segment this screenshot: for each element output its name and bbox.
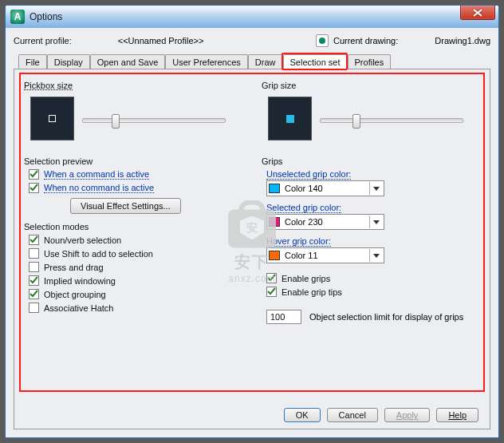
pickbox-size-label: Pickbox size [24, 81, 242, 90]
checkbox-icon[interactable] [29, 289, 39, 299]
tab-user-preferences[interactable]: User Preferences [165, 54, 248, 69]
selected-grip-color-select[interactable]: Color 230 [266, 214, 384, 230]
pickbox-slider-thumb[interactable] [112, 114, 120, 129]
help-button[interactable]: Help [436, 408, 478, 422]
check-associative-hatch[interactable]: Associative Hatch [29, 303, 242, 313]
check-use-shift[interactable]: Use Shift to add to selection [29, 248, 242, 259]
tab-profiles[interactable]: Profiles [348, 54, 392, 69]
app-icon: A [10, 10, 25, 24]
chevron-down-icon [369, 216, 382, 228]
tab-open-save[interactable]: Open and Save [90, 54, 165, 69]
checkbox-icon[interactable] [29, 262, 39, 272]
grip-size-slider-thumb[interactable] [352, 114, 360, 129]
pickbox-preview [30, 97, 74, 140]
ok-button[interactable]: OK [284, 408, 321, 422]
current-profile-label: Current profile: [14, 36, 72, 45]
checkbox-icon[interactable] [266, 287, 277, 297]
profile-row: Current profile: <<Unnamed Profile>> Cur… [14, 33, 490, 49]
grip-display-limit-label: Object selection limit for display of gr… [309, 312, 463, 322]
check-enable-grip-tips[interactable]: Enable grip tips [266, 287, 480, 297]
checkbox-icon[interactable] [266, 273, 277, 283]
unselected-grip-color-label: Unselected grip color: [266, 169, 351, 180]
check-enable-grips[interactable]: Enable grips [266, 273, 480, 283]
tab-draw[interactable]: Draw [248, 54, 283, 69]
current-drawing-label: Current drawing: [333, 36, 398, 45]
drawing-icon [316, 34, 329, 47]
tabstrip: File Display Open and Save User Preferen… [14, 52, 490, 69]
hover-grip-color-label: Hover grip color: [266, 236, 331, 247]
chevron-down-icon [369, 182, 382, 195]
grip-size-label: Grip size [262, 81, 480, 90]
apply-button[interactable]: Apply [384, 408, 431, 422]
selection-preview-label: Selection preview [24, 156, 242, 166]
dialog-buttons: OK Cancel Apply Help [284, 408, 478, 422]
options-dialog: A Options Current profile: <<Unnamed Pro… [5, 5, 499, 438]
checkbox-icon[interactable] [29, 303, 39, 313]
tab-selection-set[interactable]: Selection set [283, 54, 348, 69]
visual-effect-settings-button[interactable]: Visual Effect Settings... [70, 198, 181, 214]
check-no-command-active[interactable]: When no command is active [29, 183, 242, 193]
pickbox-slider[interactable] [82, 118, 226, 123]
current-profile-value: <<Unnamed Profile>> [118, 36, 204, 45]
window-title: Options [30, 11, 62, 22]
check-implied-windowing[interactable]: Implied windowing [29, 275, 242, 286]
check-command-active[interactable]: When a command is active [29, 169, 242, 180]
grips-label: Grips [262, 156, 480, 166]
tab-file[interactable]: File [18, 54, 47, 69]
selection-modes-label: Selection modes [24, 222, 242, 231]
close-button[interactable] [460, 6, 495, 20]
checkbox-icon[interactable] [29, 169, 39, 180]
tab-panel: 安 安下 anxz.com Pickbox size Selecti [14, 69, 490, 429]
selected-grip-color-label: Selected grip color: [266, 203, 341, 213]
checkbox-icon[interactable] [29, 275, 39, 286]
cancel-button[interactable]: Cancel [327, 408, 378, 422]
title-bar: A Options [6, 6, 498, 28]
color-swatch [269, 217, 280, 227]
right-column: Grip size Grips Unselected grip color: [257, 74, 485, 424]
checkbox-icon[interactable] [29, 248, 39, 259]
hover-grip-color-select[interactable]: Color 11 [266, 247, 384, 263]
client-area: Current profile: <<Unnamed Profile>> Cur… [6, 28, 498, 437]
svg-point-0 [319, 38, 325, 44]
tab-display[interactable]: Display [47, 54, 90, 69]
checkbox-icon[interactable] [29, 235, 39, 245]
check-press-drag[interactable]: Press and drag [29, 262, 242, 272]
chevron-down-icon [369, 249, 382, 262]
color-swatch [269, 184, 280, 193]
unselected-grip-color-select[interactable]: Color 140 [266, 180, 384, 196]
current-drawing-value: Drawing1.dwg [435, 36, 490, 45]
grip-size-slider[interactable] [320, 118, 463, 123]
check-object-grouping[interactable]: Object grouping [29, 289, 242, 299]
left-column: Pickbox size Selection preview When a [19, 74, 247, 424]
check-noun-verb[interactable]: Noun/verb selection [29, 235, 242, 245]
close-icon [473, 9, 482, 17]
color-swatch [269, 251, 280, 260]
grip-size-preview [268, 97, 312, 140]
checkbox-icon[interactable] [29, 183, 39, 193]
grip-display-limit-input[interactable] [266, 310, 301, 324]
